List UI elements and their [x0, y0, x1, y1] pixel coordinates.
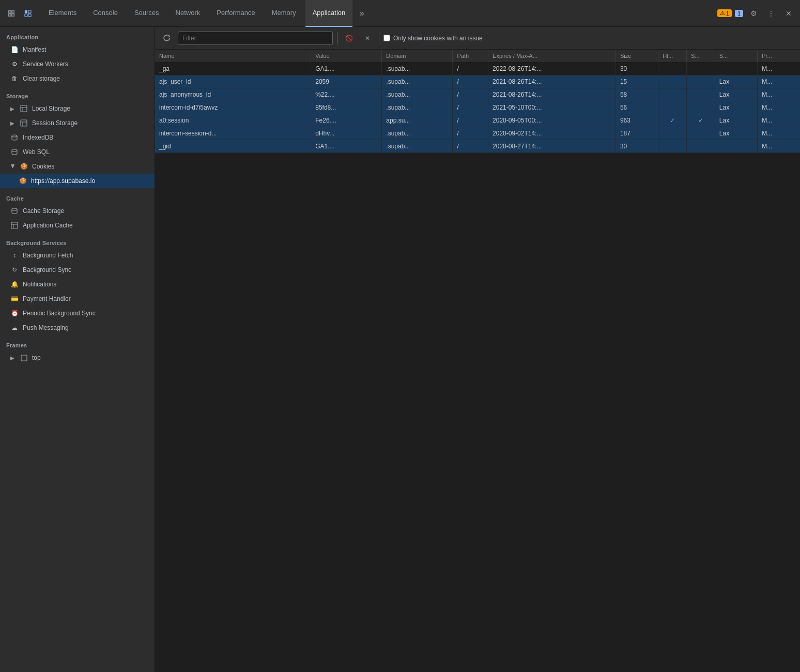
tab-performance[interactable]: Performance: [209, 0, 262, 27]
cell-s1: [687, 101, 715, 114]
col-s1[interactable]: S...: [687, 50, 715, 63]
col-path[interactable]: Path: [453, 50, 488, 63]
tab-sources[interactable]: Sources: [127, 0, 166, 27]
cell-value: Fe26....: [311, 114, 382, 127]
table-row[interactable]: ajs_anonymous_id%22.....supab.../2021-08…: [155, 88, 800, 101]
section-cache: Cache: [0, 188, 155, 204]
col-size[interactable]: Size: [616, 50, 658, 63]
sidebar-item-local-storage[interactable]: ▶ Local Storage: [0, 101, 155, 116]
payment-handler-icon: 💳: [10, 295, 19, 303]
table-row[interactable]: intercom-id-d7i5awvz85fd8....supab.../20…: [155, 101, 800, 114]
only-show-issues-checkbox[interactable]: [383, 35, 390, 41]
table-row[interactable]: _gidGA1.....supab.../2020-08-27T14:...30…: [155, 140, 800, 153]
tab-console[interactable]: Console: [86, 0, 125, 27]
sidebar-item-clear-storage[interactable]: 🗑 Clear storage: [0, 71, 155, 86]
svg-point-16: [12, 208, 17, 210]
tab-memory[interactable]: Memory: [265, 0, 303, 27]
close-icon[interactable]: ✕: [781, 6, 796, 21]
cell-path: /: [453, 63, 488, 75]
col-name[interactable]: Name: [155, 50, 311, 63]
cell-domain: app.su...: [382, 114, 453, 127]
sidebar-item-frames-top[interactable]: ▶ top: [0, 350, 155, 365]
cursor-icon[interactable]: [21, 6, 35, 21]
cell-pr: M...: [758, 114, 800, 127]
table-row[interactable]: intercom-session-d...dHhv....supab.../20…: [155, 127, 800, 140]
cache-storage-icon: [10, 207, 19, 215]
tree-arrow-cookies: ▶: [10, 164, 16, 169]
info-badge[interactable]: 1: [735, 10, 743, 17]
warning-badge[interactable]: ⚠1: [717, 9, 732, 17]
cookies-icon: 🍪: [20, 162, 28, 171]
more-options-icon[interactable]: ⋮: [764, 6, 778, 21]
cell-path: /: [453, 114, 488, 127]
clear-icon[interactable]: ✕: [360, 31, 375, 45]
sidebar-item-payment-handler[interactable]: 💳 Payment Handler: [0, 292, 155, 306]
cell-pr: M...: [758, 75, 800, 88]
sidebar-item-cookies[interactable]: ▶ 🍪 Cookies: [0, 159, 155, 174]
cell-name: _ga: [155, 63, 311, 75]
col-value[interactable]: Value: [311, 50, 382, 63]
tab-elements[interactable]: Elements: [41, 0, 84, 27]
devtools-icons: [4, 6, 35, 21]
sidebar-item-push-messaging[interactable]: ☁ Push Messaging: [0, 320, 155, 335]
sidebar-item-web-sql[interactable]: Web SQL: [0, 145, 155, 159]
sidebar-item-manifest[interactable]: 📄 Manifest: [0, 42, 155, 57]
cell-pr: M...: [758, 88, 800, 101]
only-show-issues-label[interactable]: Only show cookies with an issue: [383, 35, 483, 42]
more-tabs-icon[interactable]: »: [355, 6, 369, 21]
tab-network[interactable]: Network: [168, 0, 208, 27]
cookies-url-icon: 🍪: [19, 177, 27, 185]
sidebar-item-application-cache[interactable]: Application Cache: [0, 218, 155, 233]
cell-ht: ✓: [658, 114, 687, 127]
svg-rect-5: [28, 10, 31, 12]
tab-application[interactable]: Application: [305, 0, 353, 27]
sidebar-item-periodic-bg-sync[interactable]: ⏰ Periodic Background Sync: [0, 306, 155, 320]
sidebar-item-cache-storage[interactable]: Cache Storage: [0, 204, 155, 218]
col-domain[interactable]: Domain: [382, 50, 453, 63]
col-expires[interactable]: Expires / Max-A...: [488, 50, 616, 63]
sidebar-item-service-workers[interactable]: ⚙ Service Workers: [0, 57, 155, 71]
cell-ht: [658, 140, 687, 153]
cell-s1: [687, 140, 715, 153]
notifications-icon: 🔔: [10, 280, 19, 288]
table-row[interactable]: ajs_user_id2059.supab.../2021-08-26T14:.…: [155, 75, 800, 88]
cell-value: 85fd8...: [311, 101, 382, 114]
filter-divider-2: [379, 32, 379, 44]
cell-path: /: [453, 127, 488, 140]
col-s2[interactable]: S...: [715, 50, 757, 63]
cookie-table[interactable]: Name Value Domain Path Expires / Max-A..…: [155, 50, 800, 672]
cell-s2: Lax: [715, 88, 757, 101]
refresh-icon[interactable]: [159, 31, 174, 45]
section-application: Application: [0, 27, 155, 42]
cell-path: /: [453, 140, 488, 153]
section-frames: Frames: [0, 335, 155, 350]
block-icon[interactable]: 🚫: [342, 31, 356, 45]
tree-arrow-local-storage: ▶: [10, 106, 16, 112]
indexed-db-icon: [10, 133, 19, 142]
sidebar-item-notifications[interactable]: 🔔 Notifications: [0, 277, 155, 292]
col-ht[interactable]: Ht...: [658, 50, 687, 63]
table-row[interactable]: a0:sessionFe26....app.su.../2020-09-05T0…: [155, 114, 800, 127]
cell-s2: [715, 140, 757, 153]
cell-value: %22....: [311, 88, 382, 101]
cell-domain: .supab...: [382, 101, 453, 114]
sidebar-item-session-storage[interactable]: ▶ Session Storage: [0, 116, 155, 130]
top-toolbar: Elements Console Sources Network Perform…: [0, 0, 800, 27]
inspect-icon[interactable]: [4, 6, 19, 21]
tree-arrow-frames: ▶: [10, 355, 16, 361]
svg-rect-8: [21, 105, 27, 112]
col-pr[interactable]: Pr...: [758, 50, 800, 63]
sidebar-item-bg-sync[interactable]: ↻ Background Sync: [0, 263, 155, 277]
sidebar-item-bg-fetch[interactable]: ↕ Background Fetch: [0, 248, 155, 263]
table-row[interactable]: _gaGA1.....supab.../2022-08-26T14:...30M…: [155, 63, 800, 75]
sidebar-item-cookies-url[interactable]: 🍪 https://app.supabase.io: [0, 174, 155, 188]
sidebar-item-indexed-db[interactable]: IndexedDB: [0, 130, 155, 145]
svg-rect-7: [28, 13, 31, 16]
cell-name: _gid: [155, 140, 311, 153]
cell-size: 187: [616, 127, 658, 140]
cell-path: /: [453, 101, 488, 114]
settings-icon[interactable]: ⚙: [746, 6, 761, 21]
push-messaging-icon: ☁: [10, 324, 19, 332]
cell-pr: M...: [758, 140, 800, 153]
filter-input[interactable]: [178, 32, 333, 45]
